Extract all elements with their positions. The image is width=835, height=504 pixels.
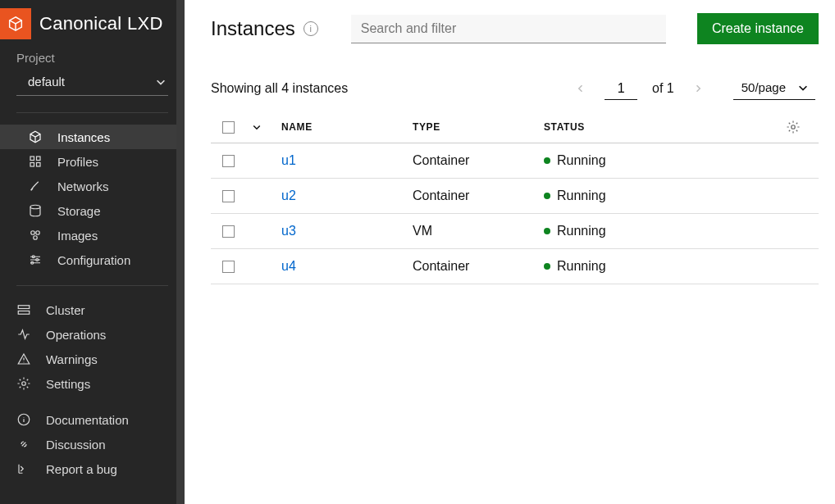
images-icon [28, 228, 43, 243]
page-title: Instances i [211, 17, 318, 40]
sidebar-item-operations[interactable]: Operations [0, 322, 185, 347]
sidebar-item-profiles[interactable]: Profiles [0, 149, 185, 174]
info-icon [16, 412, 31, 427]
instance-status: Running [544, 259, 757, 274]
sidebar-item-report-bug[interactable]: Report a bug [0, 456, 185, 481]
row-checkbox[interactable] [222, 261, 235, 273]
sliders-icon [28, 252, 43, 267]
instance-name-link[interactable]: u1 [281, 153, 413, 168]
status-text: Running [557, 188, 606, 203]
brand-header: Canonical LXD [0, 0, 185, 51]
select-all-checkbox[interactable] [222, 121, 235, 134]
lxd-logo-icon [7, 15, 25, 33]
sidebar-item-label: Settings [46, 377, 90, 391]
instance-status: Running [544, 188, 757, 203]
main-content: Instances i Create instance Showing all … [185, 0, 835, 504]
sidebar-item-label: Operations [46, 328, 106, 342]
svg-rect-13 [18, 306, 30, 309]
table-settings-button[interactable] [786, 120, 801, 134]
activity-icon [16, 327, 31, 342]
instance-name-link[interactable]: u4 [281, 259, 413, 274]
gear-icon [786, 120, 801, 134]
page-number-input[interactable] [605, 78, 637, 100]
nav-divider [16, 112, 168, 113]
row-checkbox[interactable] [222, 155, 235, 167]
page-title-text: Instances [211, 17, 295, 40]
create-instance-button[interactable]: Create instance [697, 13, 819, 44]
status-dot-running [544, 263, 550, 270]
sidebar-scrollbar[interactable] [176, 0, 185, 504]
sidebar-item-instances[interactable]: Instances [0, 125, 185, 149]
sidebar-item-label: Networks [57, 179, 109, 193]
instance-name-link[interactable]: u2 [281, 188, 413, 203]
chevron-right-icon [693, 84, 703, 93]
table-header-row: NAME TYPE STATUS [211, 111, 819, 143]
sidebar: Canonical LXD Project default Instances … [0, 0, 185, 504]
instance-type: Container [413, 153, 544, 168]
status-dot-running [544, 157, 550, 164]
table-row: u1 Container Running [211, 143, 819, 179]
sidebar-item-label: Storage [57, 204, 101, 218]
page-of-label: of 1 [652, 81, 674, 96]
sidebar-item-label: Configuration [57, 253, 130, 267]
row-checkbox[interactable] [222, 225, 235, 238]
sort-toggle[interactable] [250, 120, 263, 134]
sidebar-item-documentation[interactable]: Documentation [0, 407, 185, 432]
row-checkbox[interactable] [222, 190, 235, 202]
col-name[interactable]: NAME [281, 121, 413, 133]
sidebar-item-cluster[interactable]: Cluster [0, 297, 185, 322]
sidebar-item-storage[interactable]: Storage [0, 198, 185, 223]
link-icon [16, 437, 31, 452]
nav-primary: Instances Profiles Networks Storage Imag… [0, 125, 185, 272]
sidebar-item-settings[interactable]: Settings [0, 371, 185, 396]
sidebar-item-label: Profiles [57, 155, 98, 169]
sidebar-item-networks[interactable]: Networks [0, 174, 185, 198]
sidebar-item-warnings[interactable]: Warnings [0, 347, 185, 371]
instance-status: Running [544, 224, 757, 238]
showing-count: Showing all 4 instances [211, 81, 348, 96]
sidebar-item-discussion[interactable]: Discussion [0, 432, 185, 456]
brush-icon [28, 179, 43, 193]
status-text: Running [557, 153, 606, 168]
col-status[interactable]: STATUS [544, 121, 757, 133]
sidebar-item-label: Documentation [46, 413, 129, 427]
status-text: Running [557, 224, 606, 238]
instances-table: NAME TYPE STATUS u1 Container Running u2… [211, 111, 819, 284]
grid-icon [28, 154, 43, 169]
info-icon[interactable]: i [303, 21, 318, 36]
list-meta: Showing all 4 instances of 1 50/page [211, 77, 819, 100]
instance-name-link[interactable]: u3 [281, 224, 413, 238]
page-prev-button[interactable] [572, 79, 590, 98]
instance-status: Running [544, 153, 757, 168]
svg-rect-2 [30, 157, 34, 161]
project-value: default [28, 75, 65, 89]
status-text: Running [557, 259, 606, 274]
svg-point-9 [34, 236, 38, 240]
sidebar-item-label: Instances [57, 130, 110, 144]
svg-rect-14 [18, 311, 30, 315]
svg-rect-3 [37, 157, 41, 161]
svg-point-7 [31, 231, 35, 235]
status-dot-running [544, 228, 550, 234]
table-row: u3 VM Running [211, 214, 819, 249]
page-size-value: 50/page [741, 80, 786, 94]
status-dot-running [544, 193, 550, 199]
project-select[interactable]: default [16, 70, 168, 96]
page-next-button[interactable] [689, 79, 707, 98]
search-input[interactable] [351, 15, 666, 43]
sidebar-item-label: Warnings [46, 352, 98, 366]
chevron-down-icon [252, 122, 262, 132]
table-row: u2 Container Running [211, 179, 819, 214]
sidebar-item-configuration[interactable]: Configuration [0, 247, 185, 272]
table-row: u4 Container Running [211, 249, 819, 284]
sidebar-item-label: Images [57, 229, 98, 243]
gear-icon [16, 376, 31, 391]
sidebar-item-images[interactable]: Images [0, 223, 185, 247]
svg-rect-4 [30, 163, 34, 167]
col-type[interactable]: TYPE [413, 121, 544, 133]
cluster-icon [16, 302, 31, 317]
cube-icon [28, 129, 43, 144]
sidebar-item-label: Cluster [46, 303, 85, 317]
sidebar-item-label: Discussion [46, 438, 106, 452]
page-size-select[interactable]: 50/page [733, 77, 815, 100]
